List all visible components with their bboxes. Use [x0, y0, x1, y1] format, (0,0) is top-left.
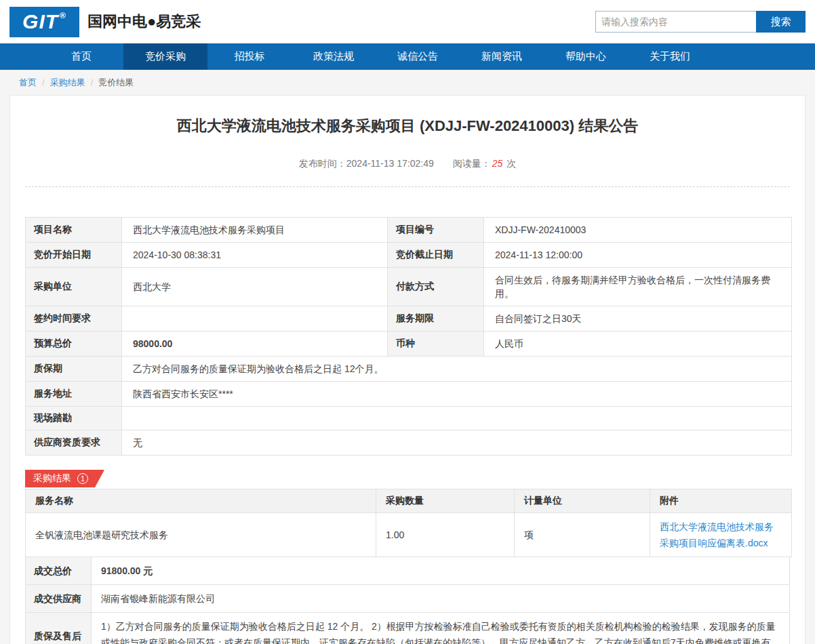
- info-label: 项目编号: [388, 218, 484, 243]
- info-label: 签约时间要求: [26, 306, 122, 331]
- info-value: 2024-10-30 08:38:31: [122, 243, 388, 268]
- info-label: 采购单位: [26, 268, 122, 306]
- info-label: 服务期限: [388, 306, 484, 331]
- result-count-badge: 1: [77, 473, 88, 484]
- info-value: [122, 407, 792, 430]
- publish-time-label: 发布时间：: [299, 158, 346, 169]
- procurement-result-section: 采购结果 1 服务名称 采购数量 计量单位 附件 全钒液流电池课题研究技术服务 …: [25, 470, 790, 644]
- info-label: 竞价截止日期: [388, 243, 484, 268]
- info-value: 乙方对合同服务的质量保证期为验收合格后之日起 12个月。: [122, 357, 792, 382]
- registered-trademark-icon: ®: [60, 11, 66, 20]
- top-header: GIT® 国网中电●易竞采 搜索: [0, 0, 815, 43]
- breadcrumb-separator: /: [42, 77, 45, 87]
- info-value: 陕西省西安市长安区****: [122, 382, 792, 407]
- winning-supplier-value: 湖南省银峰新能源有限公司: [92, 585, 790, 613]
- table-row: 质保及售后服务 1）乙方对合同服务的质量保证期为验收合格后之日起 12 个月。 …: [26, 613, 790, 644]
- table-header-row: 服务名称 采购数量 计量单位 附件: [26, 489, 792, 513]
- info-label: 预算总价: [26, 331, 122, 357]
- info-value: 西北大学: [122, 268, 388, 306]
- main-navigation: 首页 竞价采购 招投标 政策法规 诚信公告 新闻资讯 帮助中心 关于我们: [0, 43, 815, 70]
- nav-item-tenders[interactable]: 招投标: [207, 43, 292, 70]
- project-info-table: 项目名称 西北大学液流电池技术服务采购项目 项目编号 XDJJ-FW-20241…: [25, 217, 792, 456]
- info-value: 西北大学液流电池技术服务采购项目: [122, 218, 388, 243]
- table-row: 成交供应商 湖南省银峰新能源有限公司: [26, 585, 790, 613]
- views-unit: 次: [506, 158, 516, 169]
- search-input[interactable]: [595, 11, 756, 33]
- info-label: 现场踏勘: [26, 407, 122, 430]
- announcement-title: 西北大学液流电池技术服务采购项目 (XDJJ-FW-202410003) 结果公…: [25, 116, 790, 136]
- table-row: 成交总价 91800.00 元: [26, 557, 790, 585]
- table-row: 全钒液流电池课题研究技术服务 1.00 项 西北大学液流电池技术服务采购项目响应…: [26, 513, 792, 557]
- info-value: 自合同签订之日30天: [484, 306, 792, 331]
- table-row: 质保期 乙方对合同服务的质量保证期为验收合格后之日起 12个月。: [26, 357, 792, 382]
- result-section-badge: 采购结果 1: [25, 470, 104, 487]
- info-label: 质保期: [26, 357, 122, 382]
- info-value: XDJJ-FW-202410003: [484, 218, 792, 243]
- info-value: 2024-11-13 12:00:00: [484, 243, 792, 268]
- breadcrumb-section-link[interactable]: 采购结果: [50, 77, 85, 89]
- views-label: 阅读量：: [453, 158, 491, 169]
- nav-item-help-center[interactable]: 帮助中心: [544, 43, 628, 70]
- budget-total-price: 98000.00: [122, 331, 388, 357]
- breadcrumb-home-link[interactable]: 首页: [19, 77, 37, 89]
- deal-total-label: 成交总价: [26, 557, 92, 585]
- table-row: 签约时间要求 服务期限 自合同签订之日30天: [26, 306, 792, 331]
- table-row: 采购单位 西北大学 付款方式 合同生效后，待服务期满并经甲方验收合格后，一次性付…: [26, 268, 792, 306]
- quantity-cell: 1.00: [376, 513, 515, 557]
- breadcrumb-separator: /: [91, 77, 94, 87]
- result-items-table: 服务名称 采购数量 计量单位 附件 全钒液流电池课题研究技术服务 1.00 项 …: [25, 489, 792, 557]
- column-header-unit: 计量单位: [515, 489, 650, 513]
- announcement-card: 西北大学液流电池技术服务采购项目 (XDJJ-FW-202410003) 结果公…: [9, 95, 806, 644]
- table-row: 预算总价 98000.00 币种 人民币: [26, 331, 792, 357]
- column-header-attachment: 附件: [650, 489, 792, 513]
- info-label: 竞价开始日期: [26, 243, 122, 268]
- info-value: 无: [122, 430, 792, 456]
- nav-item-bidding-procurement[interactable]: 竞价采购: [123, 43, 207, 70]
- table-row: 现场踏勘: [26, 407, 792, 430]
- info-value: 人民币: [484, 331, 792, 357]
- table-row: 项目名称 西北大学液流电池技术服务采购项目 项目编号 XDJJ-FW-20241…: [26, 218, 792, 243]
- table-row: 服务地址 陕西省西安市长安区****: [26, 382, 792, 407]
- column-header-service-name: 服务名称: [26, 489, 376, 513]
- site-title: 国网中电●易竞采: [87, 12, 201, 32]
- info-label: 币种: [388, 331, 484, 357]
- breadcrumb: 首页 / 采购结果 / 竞价结果: [0, 70, 815, 95]
- table-row: 供应商资质要求 无: [26, 430, 792, 456]
- breadcrumb-current: 竞价结果: [98, 77, 134, 89]
- deal-total-value: 91800.00 元: [92, 557, 790, 585]
- result-summary-table: 成交总价 91800.00 元 成交供应商 湖南省银峰新能源有限公司 质保及售后…: [25, 557, 790, 644]
- winning-supplier-label: 成交供应商: [26, 585, 92, 613]
- table-row: 竞价开始日期 2024-10-30 08:38:31 竞价截止日期 2024-1…: [26, 243, 792, 268]
- nav-item-about-us[interactable]: 关于我们: [628, 43, 712, 70]
- warranty-value: 1）乙方对合同服务的质量保证期为验收合格后之日起 12 个月。 2）根据甲方按检…: [92, 613, 790, 644]
- info-value: 合同生效后，待服务期满并经甲方验收合格后，一次性付清服务费用。: [484, 268, 792, 306]
- attachment-cell: 西北大学液流电池技术服务采购项目响应偏离表.docx: [650, 513, 792, 557]
- search-button[interactable]: 搜索: [756, 11, 806, 33]
- column-header-quantity: 采购数量: [376, 489, 515, 513]
- publish-time-value: 2024-11-13 17:02:49: [346, 158, 434, 169]
- result-badge-label: 采购结果: [33, 472, 71, 485]
- nav-item-policies[interactable]: 政策法规: [292, 43, 376, 70]
- info-value: [122, 306, 388, 331]
- meta-divider: [25, 186, 790, 187]
- unit-cell: 项: [515, 513, 650, 557]
- info-label: 供应商资质要求: [26, 430, 122, 456]
- warranty-label: 质保及售后服务: [26, 613, 92, 644]
- logo-text: GIT: [22, 10, 58, 33]
- site-logo[interactable]: GIT®: [9, 7, 79, 37]
- service-name-cell: 全钒液流电池课题研究技术服务: [26, 513, 376, 557]
- nav-item-home[interactable]: 首页: [39, 43, 123, 70]
- search-area: 搜索: [595, 11, 806, 33]
- attachment-download-link[interactable]: 西北大学液流电池技术服务采购项目响应偏离表.docx: [660, 519, 782, 551]
- announcement-meta: 发布时间：2024-11-13 17:02:49阅读量：25 次: [25, 158, 790, 170]
- nav-item-integrity-notices[interactable]: 诚信公告: [376, 43, 460, 70]
- info-label: 服务地址: [26, 382, 122, 407]
- info-label: 项目名称: [26, 218, 122, 243]
- info-label: 付款方式: [388, 268, 484, 306]
- views-count: 25: [492, 158, 503, 169]
- nav-item-news[interactable]: 新闻资讯: [460, 43, 544, 70]
